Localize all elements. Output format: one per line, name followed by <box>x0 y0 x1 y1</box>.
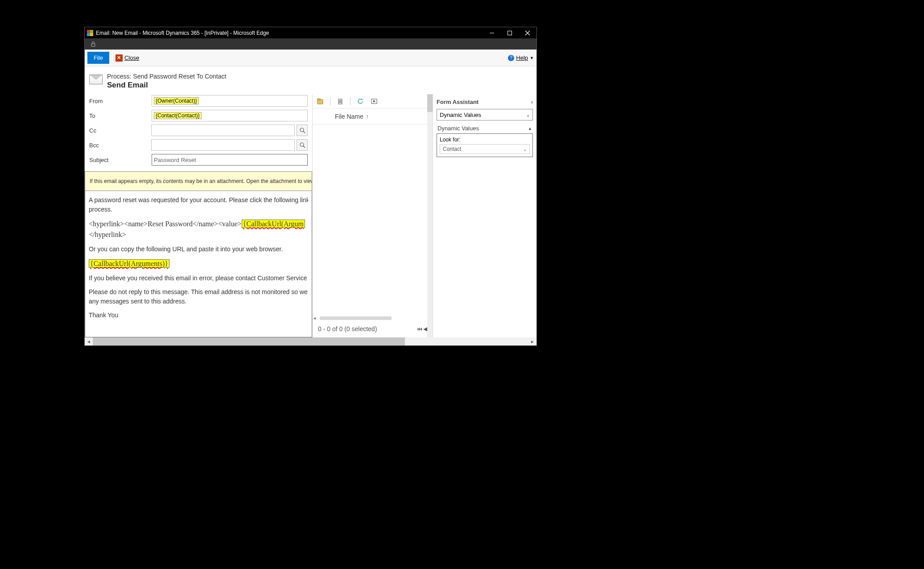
subject-input[interactable]: Password Reset <box>152 154 308 166</box>
body-callback-token: {CallbackUrl(Arguments)} <box>89 258 308 269</box>
body-p5: If you believe you received this email i… <box>89 274 308 283</box>
to-input[interactable]: {Contact(Contact)} <box>152 110 308 121</box>
scroll-left-icon[interactable]: ◄ <box>85 339 93 344</box>
attachments-vscroll[interactable] <box>427 94 433 337</box>
search-icon <box>299 142 305 148</box>
ribbon: File ✕ Close ? Help ▼ <box>85 50 536 66</box>
body-p6b: any messages sent to this address. <box>89 297 308 306</box>
empty-email-banner: If this email appears empty, its content… <box>85 171 312 191</box>
svg-line-6 <box>303 131 305 133</box>
bcc-label: Bcc <box>89 142 151 149</box>
svg-rect-4 <box>91 44 95 46</box>
page-first-icon[interactable]: ⏮ <box>417 326 422 332</box>
file-menu-button[interactable]: File <box>87 52 109 64</box>
from-label: From <box>89 98 152 104</box>
content-hscrollbar[interactable]: ◄ ► <box>85 337 536 345</box>
refresh-icon[interactable] <box>356 97 364 105</box>
chevron-down-icon: ⌄ <box>523 147 527 152</box>
subject-value: Password Reset <box>154 157 196 163</box>
attachments-status: 0 - 0 of 0 (0 selected) ⏮ ◀ <box>313 320 433 337</box>
email-form: From {Owner(Contact)} To {Contact(Contac… <box>85 94 433 337</box>
action-title: Send Email <box>107 81 226 90</box>
svg-point-7 <box>300 143 304 146</box>
maximize-button[interactable] <box>501 27 519 38</box>
page-prev-icon[interactable]: ◀ <box>423 326 427 332</box>
attachments-toolbar <box>313 94 433 108</box>
page-header: Process: Send Password Reset To Contact … <box>85 66 536 94</box>
address-bar <box>85 38 536 50</box>
svg-line-8 <box>303 146 305 148</box>
from-input[interactable]: {Owner(Contact)} <box>152 95 308 107</box>
to-label: To <box>89 112 152 119</box>
lock-icon <box>90 41 96 47</box>
collapse-icon[interactable]: ▲ <box>528 126 532 131</box>
help-icon: ? <box>508 55 514 61</box>
bcc-input[interactable] <box>151 139 295 151</box>
cc-label: Cc <box>89 127 151 134</box>
lookfor-label: Look for: <box>440 137 530 143</box>
form-assistant-pane: Form Assistant › Dynamic Values ⌄ Dynami… <box>433 94 536 337</box>
chevron-down-icon: ⌄ <box>526 112 530 117</box>
cc-lookup-button[interactable] <box>297 125 308 136</box>
windows-logo-icon <box>87 30 93 36</box>
svg-rect-10 <box>318 99 320 100</box>
close-label: Close <box>124 54 139 61</box>
form-assistant-mode-select[interactable]: Dynamic Values ⌄ <box>437 109 533 120</box>
body-hyperlink-line: <hyperlink><name>Reset Password</name><v… <box>89 219 308 229</box>
svg-rect-1 <box>508 31 512 35</box>
body-p6a: Please do not reply to this message. Thi… <box>89 287 308 297</box>
chevron-down-icon: ▼ <box>530 56 534 60</box>
search-icon <box>299 127 305 133</box>
subject-label: Subject <box>89 157 152 163</box>
body-p3: Or you can copy the following URL and pa… <box>89 245 308 254</box>
window-title: Email: New Email - Microsoft Dynamics 36… <box>96 30 483 36</box>
cc-input[interactable] <box>151 125 295 136</box>
play-icon[interactable] <box>370 97 378 105</box>
body-p7: Thank You <box>89 311 308 320</box>
new-attachment-icon[interactable] <box>316 97 324 105</box>
lookfor-box: Look for: Contact ⌄ <box>437 133 533 157</box>
dynamic-values-header: Dynamic Values <box>437 125 479 132</box>
scroll-right-icon[interactable]: ► <box>528 339 536 344</box>
attachments-pane: File Name ↑ ◄ 0 - 0 of 0 (0 selected) <box>312 94 433 337</box>
titlebar: Email: New Email - Microsoft Dynamics 36… <box>85 27 536 38</box>
close-icon: ✕ <box>116 54 123 62</box>
to-token: {Contact(Contact)} <box>154 112 202 119</box>
attachments-hscroll[interactable]: ◄ <box>313 316 433 320</box>
chevron-right-icon[interactable]: › <box>531 99 533 105</box>
delete-attachment-icon[interactable] <box>336 97 344 105</box>
attachments-column-header[interactable]: File Name ↑ <box>313 108 433 125</box>
help-menu-button[interactable]: ? Help ▼ <box>508 54 534 61</box>
svg-point-5 <box>300 128 304 132</box>
form-assistant-title: Form Assistant <box>437 99 478 105</box>
app-window: Email: New Email - Microsoft Dynamics 36… <box>84 27 537 346</box>
email-body-editor[interactable]: A password reset was requested for your … <box>85 191 312 337</box>
attachments-list[interactable] <box>313 125 433 316</box>
help-label: Help <box>516 54 528 61</box>
body-p1: A password reset was requested for your … <box>89 195 308 205</box>
process-title: Process: Send Password Reset To Contact <box>107 73 226 80</box>
svg-marker-15 <box>362 99 363 100</box>
sort-asc-icon: ↑ <box>366 113 369 120</box>
body-hyperlink-close: </hyperlink> <box>89 229 308 240</box>
close-window-button[interactable] <box>519 27 536 38</box>
close-button[interactable]: ✕ Close <box>116 54 139 62</box>
minimize-button[interactable] <box>483 27 501 38</box>
from-token: {Owner(Contact)} <box>154 97 199 104</box>
svg-marker-17 <box>373 100 375 103</box>
body-p1b: process. <box>89 205 308 214</box>
email-icon <box>89 75 103 84</box>
lookfor-select[interactable]: Contact ⌄ <box>440 144 530 154</box>
bcc-lookup-button[interactable] <box>297 139 308 151</box>
